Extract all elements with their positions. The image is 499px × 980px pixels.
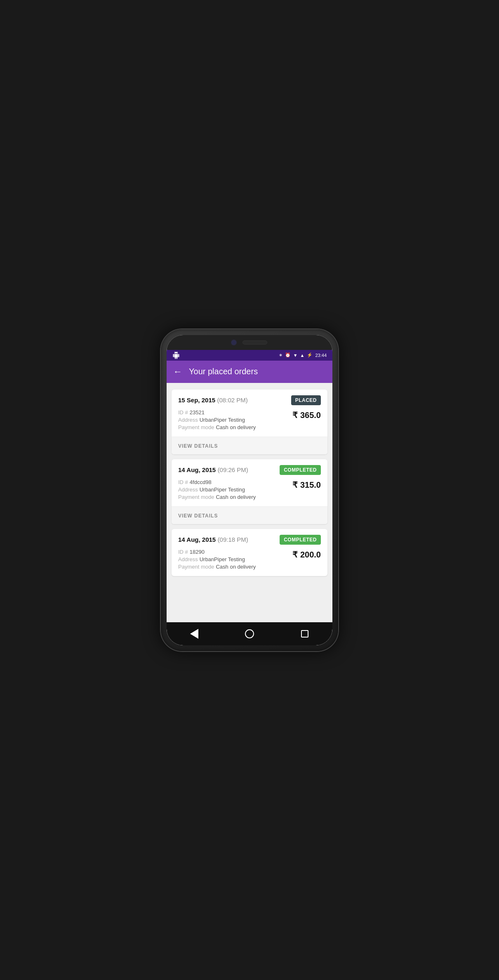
- status-bar: ∗ ⏰ ▼ ▲ ⚡ 23:44: [167, 350, 332, 361]
- order-details-3: ID # 18290 Address UrbanPiper Testing Pa…: [178, 549, 321, 571]
- order-info-1: ID # 23521 Address UrbanPiper Testing Pa…: [178, 409, 256, 432]
- home-nav-icon: [245, 629, 254, 638]
- bluetooth-icon: ∗: [279, 352, 282, 358]
- orders-list: 15 Sep, 2015 (08:02 PM) PLACED ID # 2352…: [167, 383, 332, 622]
- battery-icon: ⚡: [307, 352, 313, 358]
- back-nav-button[interactable]: [188, 628, 200, 640]
- order-card-top-1: 15 Sep, 2015 (08:02 PM) PLACED ID # 2352…: [172, 390, 327, 437]
- order-card-2: 14 Aug, 2015 (09:26 PM) COMPLETED ID # 4…: [172, 459, 327, 524]
- order-amount-2: ₹ 315.0: [292, 480, 321, 490]
- view-details-button-1[interactable]: VIEW DETAILS: [178, 443, 218, 449]
- view-details-button-2[interactable]: VIEW DETAILS: [178, 513, 218, 519]
- order-date-3: 14 Aug, 2015 (09:18 PM): [178, 536, 248, 543]
- time-display: 23:44: [315, 353, 327, 358]
- home-nav-button[interactable]: [243, 628, 256, 640]
- status-left: [172, 352, 180, 359]
- order-address-row-3: Address UrbanPiper Testing: [178, 556, 256, 562]
- status-badge-3: COMPLETED: [280, 535, 321, 545]
- order-date-2: 14 Aug, 2015 (09:26 PM): [178, 466, 248, 474]
- order-footer-1[interactable]: VIEW DETAILS: [172, 437, 327, 454]
- order-amount-1: ₹ 365.0: [292, 410, 321, 420]
- phone-screen: ∗ ⏰ ▼ ▲ ⚡ 23:44 ← Your placed orders 15 …: [167, 335, 332, 645]
- order-info-2: ID # 4fdccd98 Address UrbanPiper Testing…: [178, 479, 256, 501]
- page-title: Your placed orders: [189, 367, 258, 376]
- signal-icon: ▲: [300, 353, 305, 358]
- order-id-row-2: ID # 4fdccd98: [178, 479, 256, 485]
- status-icons: ∗ ⏰ ▼ ▲ ⚡ 23:44: [279, 352, 327, 358]
- back-nav-icon: [190, 629, 198, 639]
- order-card-1: 15 Sep, 2015 (08:02 PM) PLACED ID # 2352…: [172, 390, 327, 454]
- camera: [232, 340, 236, 345]
- recents-nav-icon: [301, 630, 308, 638]
- speaker: [242, 340, 267, 345]
- order-payment-row-2: Payment mode Cash on delivery: [178, 494, 256, 500]
- back-button[interactable]: ←: [173, 366, 182, 377]
- order-info-3: ID # 18290 Address UrbanPiper Testing Pa…: [178, 549, 256, 571]
- status-badge-1: PLACED: [291, 395, 321, 405]
- android-icon: [172, 352, 180, 359]
- phone-device: ∗ ⏰ ▼ ▲ ⚡ 23:44 ← Your placed orders 15 …: [161, 329, 338, 651]
- order-header-1: 15 Sep, 2015 (08:02 PM) PLACED: [178, 395, 321, 405]
- order-payment-row-1: Payment mode Cash on delivery: [178, 424, 256, 430]
- status-badge-2: COMPLETED: [280, 465, 321, 475]
- order-card-top-2: 14 Aug, 2015 (09:26 PM) COMPLETED ID # 4…: [172, 459, 327, 506]
- order-id-row-1: ID # 23521: [178, 409, 256, 416]
- recents-nav-button[interactable]: [299, 628, 311, 640]
- bottom-nav: [167, 622, 332, 645]
- order-amount-3: ₹ 200.0: [292, 550, 321, 560]
- order-header-2: 14 Aug, 2015 (09:26 PM) COMPLETED: [178, 465, 321, 475]
- wifi-icon: ▼: [293, 353, 298, 358]
- order-payment-row-3: Payment mode Cash on delivery: [178, 564, 256, 570]
- order-footer-2[interactable]: VIEW DETAILS: [172, 506, 327, 524]
- order-id-row-3: ID # 18290: [178, 549, 256, 555]
- order-date-1: 15 Sep, 2015 (08:02 PM): [178, 397, 248, 404]
- app-header: ← Your placed orders: [167, 361, 332, 383]
- order-card-top-3: 14 Aug, 2015 (09:18 PM) COMPLETED ID # 1…: [172, 529, 327, 576]
- phone-top-bezel: [167, 335, 332, 350]
- order-details-2: ID # 4fdccd98 Address UrbanPiper Testing…: [178, 479, 321, 501]
- order-address-row-2: Address UrbanPiper Testing: [178, 486, 256, 493]
- order-address-row-1: Address UrbanPiper Testing: [178, 417, 256, 423]
- order-header-3: 14 Aug, 2015 (09:18 PM) COMPLETED: [178, 535, 321, 545]
- order-card-3: 14 Aug, 2015 (09:18 PM) COMPLETED ID # 1…: [172, 529, 327, 576]
- order-details-1: ID # 23521 Address UrbanPiper Testing Pa…: [178, 409, 321, 432]
- alarm-icon: ⏰: [285, 352, 291, 358]
